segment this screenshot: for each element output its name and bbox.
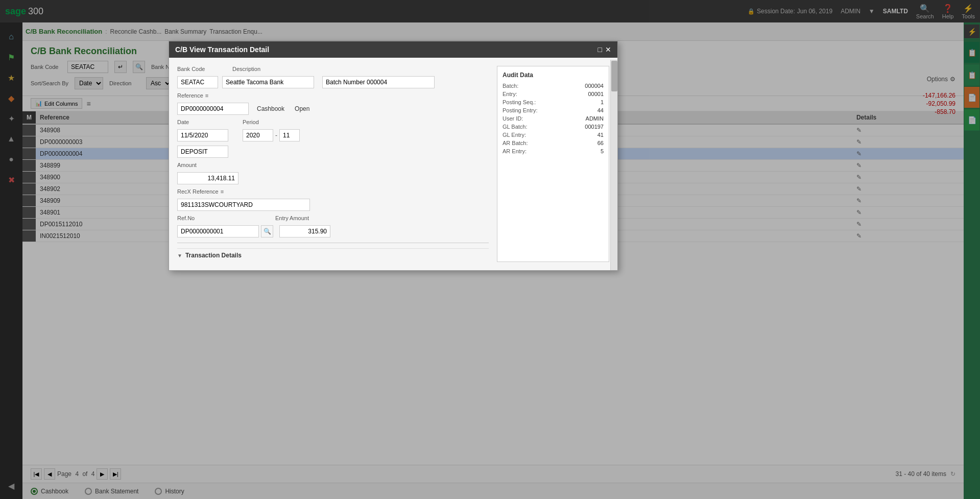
modal-scroll-thumb[interactable] <box>611 61 617 91</box>
chevron-down-icon: ▼ <box>177 253 182 258</box>
audit-gl-entry-row: GL Entry: 41 <box>503 132 604 138</box>
modal-source-row <box>177 146 489 158</box>
audit-data-box: Audit Data Batch: 000004 Entry: 00001 Po… <box>497 66 609 262</box>
audit-ar-entry-row: AR Entry: 5 <box>503 148 604 154</box>
modal-cashbook-label: Cashbook <box>257 105 284 112</box>
audit-entry-label: Entry: <box>503 91 517 97</box>
audit-gl-batch-row: GL Batch: 000197 <box>503 124 604 130</box>
modal-amount-label-row: Amount <box>177 162 489 168</box>
reference-label-group: Reference ≡ <box>177 92 208 99</box>
audit-gl-batch-label: GL Batch: <box>503 124 528 130</box>
modal-date-period-inputs: - <box>177 129 489 141</box>
refno-input-group: 🔍 <box>177 225 273 237</box>
modal-reference-label: Reference <box>177 92 203 99</box>
audit-ar-batch-label: AR Batch: <box>503 140 528 146</box>
audit-batch-row: Batch: 000004 <box>503 83 604 89</box>
modal-bank-code-input[interactable] <box>177 76 218 88</box>
modal-source-input <box>177 146 228 158</box>
modal-reference-input[interactable] <box>177 103 249 115</box>
reference-list-icon[interactable]: ≡ <box>205 92 208 99</box>
modal-entry-amount-input <box>279 225 330 237</box>
modal-period-month-input[interactable] <box>279 129 300 141</box>
audit-batch-value: 000004 <box>585 83 604 89</box>
audit-user-value: ADMIN <box>586 115 604 122</box>
modal-bank-code-label: Bank Code <box>177 66 228 72</box>
modal-body: Bank Code Description Reference ≡ <box>169 58 617 270</box>
audit-posting-entry-value: 44 <box>597 107 604 113</box>
audit-gl-entry-value: 41 <box>597 132 604 138</box>
audit-posting-seq-row: Posting Seq.: 1 <box>503 99 604 105</box>
audit-posting-entry-row: Posting Entry: 44 <box>503 107 604 113</box>
transaction-detail-modal: C/B View Transaction Detail □ ✕ Bank Cod… <box>169 41 618 271</box>
audit-ar-entry-label: AR Entry: <box>503 148 527 154</box>
audit-gl-entry-label: GL Entry: <box>503 132 526 138</box>
audit-ar-batch-row: AR Batch: 66 <box>503 140 604 146</box>
modal-description-label: Description <box>232 66 489 72</box>
audit-ar-entry-value: 5 <box>601 148 604 154</box>
modal-amount-input-row <box>177 172 489 184</box>
modal-recx-input[interactable] <box>177 199 310 211</box>
modal-period-label: Period <box>243 119 259 125</box>
modal-form: Bank Code Description Reference ≡ <box>177 66 489 262</box>
audit-gl-batch-value: 000197 <box>585 124 604 130</box>
modal-refno-label: Ref.No <box>177 215 269 221</box>
modal-ref-input-row: Cashbook Open <box>177 103 489 115</box>
modal-refno-labels: Ref.No Entry Amount <box>177 215 489 221</box>
modal-date-input[interactable] <box>177 129 228 141</box>
modal-period-year-input[interactable] <box>243 129 273 141</box>
modal-recx-input-row <box>177 199 489 211</box>
modal-recx-label-row: RecX Reference ≡ <box>177 188 489 195</box>
description-col: Description <box>232 66 489 72</box>
modal-refno-inputs: 🔍 <box>177 225 489 237</box>
modal-title: C/B View Transaction Detail <box>175 45 269 54</box>
modal-header: C/B View Transaction Detail □ ✕ <box>169 41 617 58</box>
audit-entry-value: 00001 <box>588 91 604 97</box>
modal-bank-input-row <box>177 76 489 88</box>
modal-divider <box>177 243 489 243</box>
modal-close-btn[interactable]: ✕ <box>605 45 611 54</box>
period-input-group: - <box>243 129 300 141</box>
modal-date-label: Date <box>177 119 228 125</box>
audit-user-row: User ID: ADMIN <box>503 115 604 122</box>
audit-entry-row: Entry: 00001 <box>503 91 604 97</box>
audit-ar-batch-value: 66 <box>597 140 604 146</box>
modal-recx-label: RecX Reference <box>177 188 219 195</box>
modal-date-period-labels: Date Period <box>177 119 489 125</box>
modal-header-actions: □ ✕ <box>598 45 611 54</box>
modal-bank-name-input <box>222 76 314 88</box>
modal-description-input <box>322 76 435 88</box>
transaction-details-toggle[interactable]: ▼ Transaction Details <box>177 248 489 262</box>
audit-posting-entry-label: Posting Entry: <box>503 107 537 113</box>
audit-data-title: Audit Data <box>503 72 604 79</box>
period-dash: - <box>275 132 277 139</box>
modal-amount-input <box>177 172 238 184</box>
recx-label-group: RecX Reference ≡ <box>177 188 224 195</box>
modal-scrollbar[interactable] <box>610 60 617 270</box>
audit-user-label: User ID: <box>503 115 523 122</box>
modal-open-label: Open <box>295 105 309 112</box>
refno-search-btn[interactable]: 🔍 <box>261 225 273 237</box>
modal-refno-input[interactable] <box>177 225 259 237</box>
audit-posting-seq-value: 1 <box>601 99 604 105</box>
recx-list-icon[interactable]: ≡ <box>221 188 224 195</box>
bank-code-col: Bank Code <box>177 66 228 72</box>
modal-entry-amount-label: Entry Amount <box>275 215 309 221</box>
transaction-details-label: Transaction Details <box>185 252 242 259</box>
audit-batch-label: Batch: <box>503 83 518 89</box>
modal-maximize-btn[interactable]: □ <box>598 45 602 54</box>
modal-ref-label-row: Reference ≡ <box>177 92 489 99</box>
modal-bank-row: Bank Code Description <box>177 66 489 72</box>
modal-amount-label: Amount <box>177 162 197 168</box>
audit-posting-seq-label: Posting Seq.: <box>503 99 536 105</box>
